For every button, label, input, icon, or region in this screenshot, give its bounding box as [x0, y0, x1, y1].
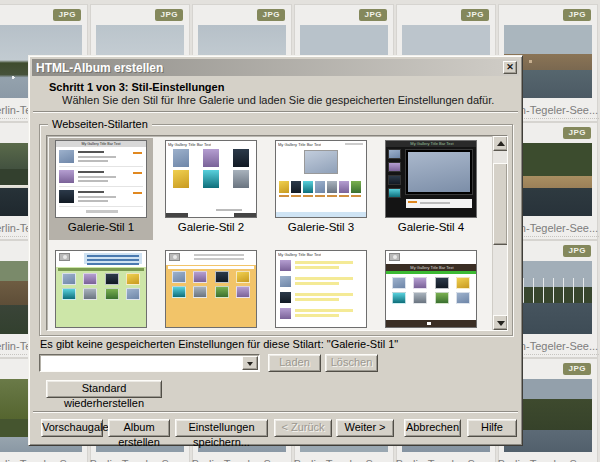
close-icon: ✕	[506, 62, 514, 72]
jpg-badge: JPG	[461, 9, 489, 21]
jpg-badge: JPG	[53, 9, 81, 21]
style-list-scrollbar[interactable]	[492, 136, 507, 330]
style-label-1: Galerie-Stil 1	[49, 221, 153, 233]
style-label-3: Galerie-Stil 3	[269, 221, 373, 233]
styles-groupbox-label: Webseiten-Stilarten	[48, 118, 152, 130]
photo-filename: Berlin-Tegeler-See...	[389, 458, 503, 462]
jpg-badge: JPG	[563, 363, 591, 375]
step-title: Schritt 1 von 3: Stil-Einstellungen	[49, 81, 224, 93]
restore-default-button[interactable]: Standard wiederherstellen	[46, 380, 162, 398]
save-settings-button[interactable]: Einstellungen speichern...	[175, 419, 268, 437]
style-list: My Gallery Title Bar Text Galerie-Stil 1…	[46, 135, 508, 331]
jpg-badge: JPG	[155, 9, 183, 21]
saved-settings-select[interactable]	[39, 354, 260, 372]
style-item-8[interactable]: My Gallery Title Bar Text	[379, 248, 483, 331]
photo-filename: Berlin-Tegeler-See...	[491, 458, 600, 462]
load-button[interactable]: Laden	[268, 354, 321, 372]
style-label-4: Galerie-Stil 4	[379, 221, 483, 233]
photo-filename: Berlin-Tegeler-See...	[185, 458, 299, 462]
jpg-badge: JPG	[563, 127, 591, 139]
dialog-title: HTML-Album erstellen	[32, 61, 163, 75]
delete-button[interactable]: Löschen	[325, 354, 378, 372]
photo-filename: Berlin-Tegeler-See...	[0, 458, 95, 462]
arrow-down-icon	[497, 321, 505, 326]
style-item-galerie-stil-1[interactable]: My Gallery Title Bar Text Galerie-Stil 1	[49, 138, 153, 240]
dialog-titlebar[interactable]: HTML-Album erstellen ✕	[32, 59, 519, 76]
html-album-dialog: HTML-Album erstellen ✕ Schritt 1 von 3: …	[28, 55, 523, 446]
scrollbar-thumb[interactable]	[493, 163, 508, 245]
next-button[interactable]: Weiter >	[336, 419, 394, 437]
style-preview-8: My Gallery Title Bar Text	[385, 250, 477, 328]
style-preview-4: My Gallery Title Bar Text	[385, 140, 477, 218]
step-description: Wählen Sie den Stil für Ihre Galerie und…	[62, 94, 494, 106]
cancel-button[interactable]: Abbrechen	[404, 419, 461, 437]
jpg-badge: JPG	[563, 9, 591, 21]
chevron-down-icon	[247, 362, 253, 366]
style-item-6[interactable]	[159, 248, 263, 331]
preview-gallery-button[interactable]: Vorschaugalerie	[41, 419, 103, 437]
no-saved-settings-text: Es gibt keine gespeicherten Einstellunge…	[40, 338, 398, 350]
photo-filename: Berlin-Tegeler-See...	[287, 458, 401, 462]
header-separator	[33, 111, 518, 113]
style-preview-7: My Gallery Title Bar Text	[275, 250, 367, 328]
combo-dropdown-button[interactable]	[242, 356, 258, 370]
style-preview-2: My Gallery Title Bar Text	[165, 140, 257, 218]
close-button[interactable]: ✕	[503, 61, 517, 74]
style-preview-6	[165, 250, 257, 328]
style-preview-3: My Gallery Title Bar Text	[275, 140, 367, 218]
style-preview-1: My Gallery Title Bar Text	[55, 140, 147, 218]
jpg-badge: JPG	[359, 9, 387, 21]
style-preview-5	[55, 250, 147, 328]
style-label-2: Galerie-Stil 2	[159, 221, 263, 233]
photo-filename: Berlin-Tegeler-See...	[83, 458, 197, 462]
back-button[interactable]: < Zurück	[274, 419, 332, 437]
footer-separator	[33, 411, 518, 413]
style-item-7[interactable]: My Gallery Title Bar Text	[269, 248, 373, 331]
style-item-galerie-stil-4[interactable]: My Gallery Title Bar Text Galerie-Stil 4	[379, 138, 483, 240]
styles-groupbox: Webseiten-Stilarten My Gallery Title Bar…	[39, 124, 513, 336]
help-button[interactable]: Hilfe	[467, 419, 517, 437]
preview-page-title: My Gallery Title Bar Text	[61, 141, 142, 146]
scroll-up-button[interactable]	[493, 136, 508, 151]
jpg-badge: JPG	[257, 9, 285, 21]
scroll-down-button[interactable]	[493, 315, 508, 330]
style-item-galerie-stil-2[interactable]: My Gallery Title Bar Text Galerie-Stil 2	[159, 138, 263, 240]
arrow-up-icon	[497, 141, 505, 146]
create-album-button[interactable]: Album erstellen	[108, 419, 170, 437]
style-item-galerie-stil-3[interactable]: My Gallery Title Bar Text Galerie-Stil 3	[269, 138, 373, 240]
style-item-5[interactable]	[49, 248, 153, 331]
jpg-badge: JPG	[563, 245, 591, 257]
